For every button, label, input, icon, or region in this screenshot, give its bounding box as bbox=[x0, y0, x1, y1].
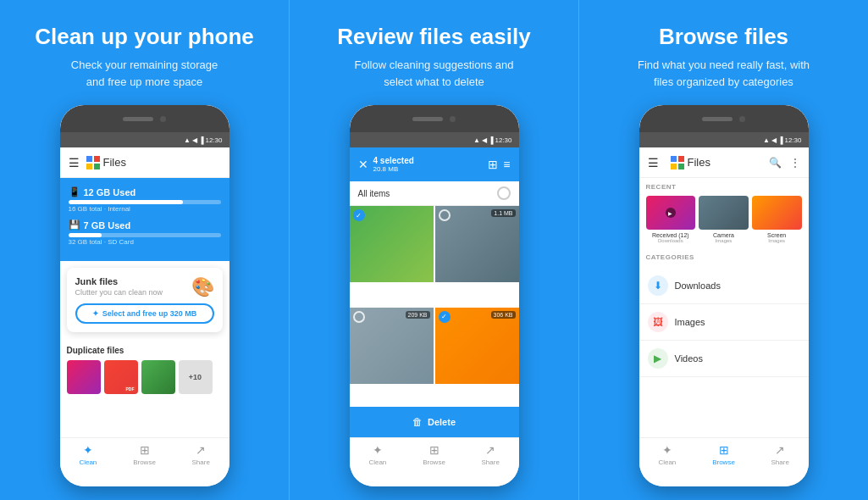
delete-bar: 🗑 Delete bbox=[350, 407, 519, 437]
phone-content-2: ✕ 4 selected 20.8 MB ⊞ ≡ All items ✓ 1 bbox=[350, 147, 519, 469]
category-images[interactable]: 🖼 Images bbox=[639, 304, 809, 341]
nav-browse-2[interactable]: ⊞ Browse bbox=[406, 438, 462, 469]
nav-browse-1[interactable]: ⊞ Browse bbox=[116, 438, 173, 469]
pdf-badge: PDF bbox=[124, 386, 136, 392]
recent-grid: ▶ Received (12) Downloads Camera Images … bbox=[646, 196, 802, 243]
dup-img-3 bbox=[141, 360, 175, 394]
browse-nav-icon-1: ⊞ bbox=[140, 443, 150, 457]
share-nav-icon-2: ↗ bbox=[485, 443, 495, 457]
videos-icon: ▶ bbox=[648, 348, 668, 369]
nav-browse-3[interactable]: ⊞ Browse bbox=[695, 438, 752, 469]
time-display: 12:30 bbox=[205, 136, 222, 144]
logo-bl bbox=[86, 164, 92, 169]
share-nav-label-1: Share bbox=[192, 458, 210, 466]
cell-check-1[interactable]: ✓ bbox=[353, 209, 365, 221]
category-downloads-label: Downloads bbox=[675, 281, 721, 291]
duplicate-section: Duplicate files PDF +10 bbox=[60, 339, 229, 437]
phone-camera-2 bbox=[450, 116, 456, 122]
panel2-title: Review files easily bbox=[337, 24, 530, 50]
recent-name-screen: Screen bbox=[767, 232, 786, 238]
phone-bottom-3 bbox=[639, 469, 809, 486]
grid-cell-1: ✓ bbox=[350, 206, 434, 282]
dup-title: Duplicate files bbox=[67, 346, 223, 355]
phone-speaker-2 bbox=[412, 117, 443, 121]
category-downloads[interactable]: ⬇ Downloads bbox=[639, 268, 809, 304]
app-bar-browse: ☰ Files 🔍 ⋮ bbox=[639, 147, 809, 178]
battery-icon: ▐ bbox=[199, 136, 204, 144]
phone-camera-1 bbox=[160, 116, 166, 122]
clean-nav-label-3: Clean bbox=[658, 458, 676, 466]
recent-item-screen[interactable]: Screen Images bbox=[752, 196, 802, 243]
browse-nav-label-2: Browse bbox=[423, 458, 445, 466]
phone-top-1 bbox=[60, 105, 229, 132]
nav-clean-3[interactable]: ✦ Clean bbox=[639, 438, 696, 469]
downloads-icon: ⬇ bbox=[648, 275, 668, 296]
bottom-nav-1: ✦ Clean ⊞ Browse ↗ Share bbox=[60, 437, 229, 469]
cell-size-2: 1.1 MB bbox=[491, 209, 515, 217]
phone-mockup-1: ▲ ◀ ▐ 12:30 ☰ Files bbox=[60, 105, 229, 486]
logo-tr bbox=[94, 156, 100, 162]
storage-fill-internal bbox=[69, 200, 183, 204]
close-icon: ✕ bbox=[358, 158, 368, 171]
panel1-subtitle: Check your remaining storageand free up … bbox=[71, 57, 218, 90]
dup-more: +10 bbox=[179, 360, 213, 394]
app-bar-review: ✕ 4 selected 20.8 MB ⊞ ≡ bbox=[350, 147, 519, 181]
cell-check-4[interactable]: ✓ bbox=[439, 311, 451, 323]
category-images-label: Images bbox=[675, 317, 705, 327]
junk-title: Junk files bbox=[75, 276, 163, 286]
phone-mockup-3: ▲ ◀ ▐ 12:30 ☰ Files 🔍 bbox=[639, 105, 809, 486]
signal-icon-2: ▲ bbox=[473, 136, 480, 144]
battery-icon-3: ▐ bbox=[778, 136, 783, 144]
nav-share-1[interactable]: ↗ Share bbox=[173, 438, 229, 469]
select-free-button[interactable]: ✦ Select and free up 320 MB bbox=[75, 303, 214, 324]
selected-count: 4 selected bbox=[373, 156, 484, 165]
logo-square-3 bbox=[671, 156, 684, 169]
cell-check-2[interactable] bbox=[439, 209, 451, 221]
phone-mockup-2: ▲ ◀ ▐ 12:30 ✕ 4 selected 20.8 MB ⊞ ≡ All… bbox=[350, 105, 519, 486]
logo-br bbox=[94, 164, 100, 169]
recent-thumb-camera bbox=[699, 196, 749, 230]
sort-icon: ≡ bbox=[503, 158, 510, 171]
recent-item-received[interactable]: ▶ Received (12) Downloads bbox=[646, 196, 696, 243]
hamburger-icon: ☰ bbox=[69, 156, 80, 169]
search-icon[interactable]: 🔍 bbox=[769, 157, 782, 169]
select-all-circle[interactable] bbox=[497, 186, 511, 200]
recent-item-camera[interactable]: Camera Images bbox=[699, 196, 749, 243]
storage-label-internal: 📱 12 GB Used bbox=[69, 186, 221, 197]
phone-content-3: ☰ Files 🔍 ⋮ RECENT bbox=[639, 147, 809, 469]
status-icons-1: ▲ ◀ ▐ 12:30 bbox=[184, 136, 223, 144]
category-videos[interactable]: ▶ Videos bbox=[639, 341, 809, 377]
files-logo-3: Files bbox=[671, 156, 764, 169]
phone-top-3 bbox=[639, 105, 809, 132]
status-bar-1: ▲ ◀ ▐ 12:30 bbox=[60, 132, 229, 147]
browse-nav-label-1: Browse bbox=[133, 458, 156, 466]
all-items-label: All items bbox=[358, 189, 390, 198]
recent-thumb-screen bbox=[752, 196, 802, 230]
storage-sub-sd: 32 GB total · SD Card bbox=[69, 238, 221, 246]
app-name-1: Files bbox=[103, 156, 126, 169]
category-videos-label: Videos bbox=[675, 353, 703, 364]
nav-share-3[interactable]: ↗ Share bbox=[752, 438, 809, 469]
dup-img-1 bbox=[67, 360, 101, 394]
delete-label[interactable]: Delete bbox=[428, 417, 456, 427]
grid-cell-3: 209 KB bbox=[350, 308, 434, 384]
delete-icon: 🗑 bbox=[412, 416, 423, 428]
more-options-icon[interactable]: ⋮ bbox=[790, 157, 800, 169]
categories-section: CATEGORIES ⬇ Downloads 🖼 Images ▶ Videos bbox=[639, 248, 809, 437]
share-nav-label-3: Share bbox=[771, 458, 789, 466]
share-nav-label-2: Share bbox=[482, 458, 500, 466]
time-display-2: 12:30 bbox=[495, 136, 511, 144]
phone-content-1: ☰ Files 📱 12 GB Used bbox=[60, 147, 229, 469]
wifi-icon-2: ◀ bbox=[482, 136, 487, 144]
nav-clean-2[interactable]: ✦ Clean bbox=[350, 438, 406, 469]
sd-icon: 💾 bbox=[69, 219, 80, 231]
browse-nav-icon-2: ⊞ bbox=[429, 443, 440, 457]
bottom-nav-3: ✦ Clean ⊞ Browse ↗ Share bbox=[639, 437, 809, 469]
cell-check-3[interactable] bbox=[353, 311, 365, 323]
panel3-title: Browse files bbox=[659, 24, 788, 50]
storage-sub-internal: 16 GB total · Internal bbox=[69, 205, 221, 213]
phone-top-2 bbox=[350, 105, 519, 132]
nav-clean-1[interactable]: ✦ Clean bbox=[60, 438, 117, 469]
storage-bar-internal bbox=[69, 200, 221, 204]
nav-share-2[interactable]: ↗ Share bbox=[462, 438, 519, 469]
